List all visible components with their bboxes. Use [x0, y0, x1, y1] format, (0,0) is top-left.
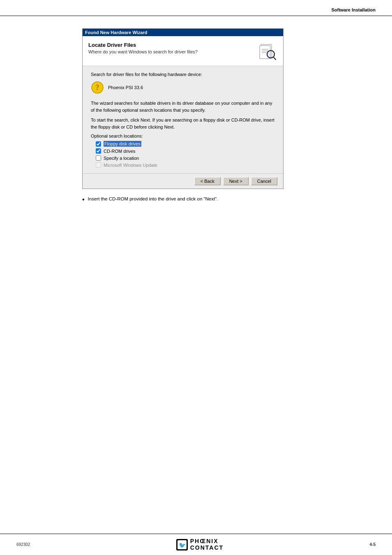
locate-sub: Where do you want Windows to search for …	[88, 49, 254, 54]
locate-title: Locate Driver Files	[88, 42, 254, 48]
next-button[interactable]: Next >	[223, 177, 249, 185]
wizard-body: Locate Driver Files Where do you want Wi…	[83, 36, 283, 173]
search-for-label: Search for driver files for the followin…	[91, 72, 275, 77]
wizard-desc2: To start the search, click Next. If you …	[91, 117, 275, 130]
checkbox-cdrom[interactable]	[96, 148, 101, 154]
footer-logo-text: PHŒNIX CONTACT	[190, 538, 224, 551]
svg-point-6	[268, 52, 273, 57]
page-number: 4-5	[370, 542, 376, 547]
checkbox-specify[interactable]	[96, 155, 101, 161]
wizard-titlebar: Found New Hardware Wizard	[83, 29, 283, 36]
checkbox-label-specify[interactable]: Specify a location	[104, 156, 139, 161]
back-button[interactable]: < Back	[194, 177, 221, 185]
wizard-desc1: The wizard searches for suitable drivers…	[91, 100, 275, 113]
instruction-text: Insert the CD-ROM provided into the driv…	[88, 196, 218, 201]
svg-text:🐦: 🐦	[178, 542, 186, 549]
device-name: Phoenix PSI 33.6	[108, 85, 143, 90]
checkbox-label-cdrom[interactable]: CD-ROM drives	[104, 149, 136, 154]
doc-number: 692302	[16, 542, 30, 547]
wizard-mid-section: Search for driver files for the followin…	[83, 66, 283, 173]
footer-logo-box: 🐦 PHŒNIX CONTACT	[176, 538, 224, 551]
wizard-top-section: Locate Driver Files Where do you want Wi…	[83, 36, 283, 66]
wizard-top-text: Locate Driver Files Where do you want Wi…	[88, 42, 254, 54]
section-title: Software Installation	[331, 7, 376, 12]
footer-logo-line2: CONTACT	[190, 545, 224, 551]
checkbox-label-winupdate: Microsoft Windows Update	[104, 163, 157, 168]
checkbox-row-cdrom: CD-ROM drives	[96, 148, 275, 154]
cancel-button[interactable]: Cancel	[251, 177, 277, 185]
checkbox-row-specify: Specify a location	[96, 155, 275, 161]
checkbox-row-winupdate: Microsoft Windows Update	[96, 162, 275, 168]
bullet-instruction: • Insert the CD-ROM provided into the dr…	[82, 196, 376, 203]
wizard-footer: < Back Next > Cancel	[83, 173, 283, 189]
page-footer: 692302 🐦 PHŒNIX CONTACT 4-5	[0, 534, 392, 555]
checkbox-winupdate	[96, 162, 101, 168]
bullet-dot: •	[82, 196, 85, 203]
optional-label: Optional search locations:	[91, 134, 275, 138]
wizard-dialog: Found New Hardware Wizard Locate Driver …	[82, 28, 284, 189]
device-row: ? Phoenix PSI 33.6	[91, 81, 275, 94]
svg-text:?: ?	[96, 83, 99, 92]
checkbox-label-floppy[interactable]: Floppy disk drives	[104, 141, 141, 147]
wizard-title: Found New Hardware Wizard	[85, 30, 147, 35]
svg-line-7	[274, 57, 276, 60]
footer-logo-line1: PHŒNIX	[190, 538, 224, 544]
checkbox-floppy[interactable]	[96, 141, 101, 147]
page-content: Found New Hardware Wizard Locate Driver …	[0, 16, 392, 211]
checkbox-row-floppy: Floppy disk drives	[96, 141, 275, 147]
footer-logo: 🐦 PHŒNIX CONTACT	[176, 538, 224, 551]
wizard-search-icon	[258, 42, 277, 62]
phoenix-contact-logo-icon: 🐦	[176, 539, 188, 550]
device-icon: ?	[91, 81, 104, 94]
page-header: Software Installation	[0, 0, 392, 16]
